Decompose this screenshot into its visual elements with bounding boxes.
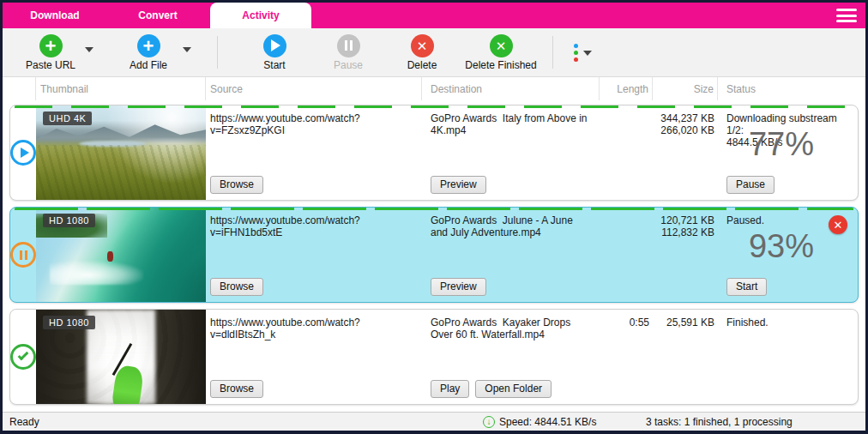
destination-cell: GoPro Awards Kayaker Drops Over 60 ft. W… bbox=[422, 310, 600, 404]
plus-glyph: + bbox=[143, 35, 154, 57]
pause-button[interactable]: Pause bbox=[314, 34, 383, 71]
statusbar-speed: ↓ Speed: 4844.51 KB/s bbox=[483, 416, 646, 428]
toolbar-separator bbox=[552, 36, 553, 69]
pause-bar bbox=[20, 250, 22, 260]
delete-label: Delete bbox=[388, 59, 456, 71]
plus-glyph: + bbox=[45, 35, 57, 57]
row-state-cell bbox=[10, 310, 36, 404]
hamburger-bar bbox=[836, 20, 857, 22]
remove-task-icon[interactable]: ✕ bbox=[829, 215, 847, 234]
paste-url-dropdown-arrow[interactable] bbox=[85, 47, 93, 52]
dot-red bbox=[574, 57, 578, 62]
source-cell: https://www.youtube.com/watch?v=dldIBtsZ… bbox=[206, 310, 422, 404]
paste-url-button[interactable]: + Paste URL bbox=[16, 34, 85, 71]
plus-circle-icon: + bbox=[137, 34, 160, 57]
tab-activity[interactable]: Activity bbox=[210, 3, 311, 28]
check-circle-outline-icon bbox=[10, 344, 36, 370]
play-button[interactable]: Play bbox=[431, 380, 469, 398]
thumbnail[interactable]: HD 1080 bbox=[36, 208, 206, 302]
toolbar-separator bbox=[217, 36, 218, 69]
size-cell: 120,721 KB 112,832 KB bbox=[653, 208, 718, 302]
table-header: Thumbnail Source Destination Length Size… bbox=[3, 77, 865, 100]
task-row-downloading[interactable]: UHD 4K https://www.youtube.com/watch?v=F… bbox=[9, 105, 859, 201]
preview-button[interactable]: Preview bbox=[431, 176, 486, 194]
x-glyph: ✕ bbox=[496, 39, 507, 52]
tab-convert[interactable]: Convert bbox=[107, 3, 208, 28]
browse-button[interactable]: Browse bbox=[210, 278, 263, 296]
dot-green bbox=[574, 51, 578, 55]
add-file-dropdown-arrow[interactable] bbox=[183, 47, 191, 52]
column-header-thumbnail[interactable]: Thumbnail bbox=[35, 77, 205, 100]
header-icon-column bbox=[9, 77, 35, 100]
size-total: 120,721 KB bbox=[653, 214, 714, 226]
toolbar: + Paste URL + Add File Start Pause bbox=[3, 28, 865, 77]
delete-button[interactable]: ✕ Delete bbox=[388, 34, 456, 71]
pause-circle-icon bbox=[337, 34, 360, 57]
open-folder-button[interactable]: Open Folder bbox=[475, 380, 552, 398]
titlebar: Download Convert Activity bbox=[3, 3, 865, 28]
source-cell: https://www.youtube.com/watch?v=FZsxz9Zp… bbox=[206, 105, 422, 200]
quality-badge: UHD 4K bbox=[43, 112, 92, 125]
three-dots-icon[interactable] bbox=[574, 44, 578, 62]
column-header-size[interactable]: Size bbox=[652, 77, 717, 100]
add-file-button[interactable]: + Add File bbox=[114, 34, 183, 71]
delete-finished-button[interactable]: ✕ Delete Finished bbox=[461, 34, 540, 71]
start-button[interactable]: Start bbox=[240, 34, 309, 71]
x-glyph: ✕ bbox=[417, 39, 428, 52]
destination-cell: GoPro Awards Italy from Above in 4K.mp4 … bbox=[422, 105, 600, 200]
source-cell: https://www.youtube.com/watch?v=iFHN1bd5… bbox=[206, 208, 422, 302]
task-row-paused[interactable]: ✕ HD 1080 https://www.youtub bbox=[9, 207, 859, 303]
start-task-button[interactable]: Start bbox=[726, 278, 767, 296]
row-state-cell bbox=[10, 208, 36, 302]
destination-path: GoPro Awards Julune - A June and July Ad… bbox=[431, 214, 593, 238]
browse-button[interactable]: Browse bbox=[210, 176, 263, 194]
preview-button[interactable]: Preview bbox=[431, 278, 486, 296]
hamburger-bar bbox=[836, 9, 857, 11]
tab-download[interactable]: Download bbox=[4, 3, 105, 28]
x-circle-icon: ✕ bbox=[411, 34, 434, 57]
app-window: Download Convert Activity + Paste URL + … bbox=[0, 0, 868, 434]
statusbar: Ready ↓ Speed: 4844.51 KB/s 3 tasks: 1 f… bbox=[3, 412, 865, 431]
check-glyph bbox=[18, 350, 29, 361]
browse-button[interactable]: Browse bbox=[210, 380, 263, 398]
thumbnail[interactable]: UHD 4K bbox=[36, 105, 206, 200]
column-header-status[interactable]: Status bbox=[717, 77, 859, 100]
pause-task-button[interactable]: Pause bbox=[726, 176, 775, 194]
row-state-cell bbox=[10, 105, 36, 200]
start-label: Start bbox=[240, 59, 309, 71]
thumb-decoration bbox=[50, 261, 143, 286]
statusbar-ready-text: Ready bbox=[9, 416, 483, 428]
size-cell: 25,591 KB bbox=[653, 310, 718, 404]
pause-glyph bbox=[345, 40, 353, 51]
overflow-dropdown-arrow[interactable] bbox=[583, 51, 592, 56]
speed-text: Speed: 4844.51 KB/s bbox=[499, 416, 596, 428]
quality-badge: HD 1080 bbox=[43, 214, 95, 227]
quality-badge: HD 1080 bbox=[43, 316, 95, 329]
hamburger-icon[interactable] bbox=[836, 9, 857, 22]
statusbar-tasks-text: 3 tasks: 1 finished, 1 processing bbox=[646, 416, 793, 428]
size-total: 344,237 KB bbox=[653, 112, 714, 124]
play-circle-outline-icon[interactable] bbox=[10, 140, 36, 166]
size-total: 25,591 KB bbox=[653, 316, 714, 329]
task-row-finished[interactable]: HD 1080 https://www.youtube.com/watch?v=… bbox=[9, 309, 859, 405]
length-cell: 0:55 bbox=[600, 310, 653, 404]
length-cell bbox=[600, 105, 653, 200]
thumbnail[interactable]: HD 1080 bbox=[36, 310, 206, 404]
destination-path: GoPro Awards Kayaker Drops Over 60 ft. W… bbox=[431, 316, 593, 341]
size-done: 112,832 KB bbox=[653, 226, 714, 238]
task-list: UHD 4K https://www.youtube.com/watch?v=F… bbox=[3, 100, 865, 412]
destination-cell: GoPro Awards Julune - A June and July Ad… bbox=[422, 208, 600, 302]
column-header-destination[interactable]: Destination bbox=[421, 77, 599, 100]
size-cell: 344,237 KB 266,020 KB bbox=[653, 105, 718, 200]
delete-finished-label: Delete Finished bbox=[461, 59, 540, 71]
pause-circle-outline-icon[interactable] bbox=[10, 242, 36, 268]
column-header-length[interactable]: Length bbox=[599, 77, 652, 100]
x-circle-icon: ✕ bbox=[490, 34, 513, 57]
thumb-decoration bbox=[36, 145, 206, 200]
column-header-source[interactable]: Source bbox=[205, 77, 421, 100]
pause-bar bbox=[25, 250, 27, 260]
status-text-line1: Finished. bbox=[726, 316, 851, 329]
play-glyph bbox=[21, 148, 29, 158]
progress-percent: 93% bbox=[749, 230, 814, 262]
source-url: https://www.youtube.com/watch?v=dldIBtsZ… bbox=[210, 316, 415, 341]
